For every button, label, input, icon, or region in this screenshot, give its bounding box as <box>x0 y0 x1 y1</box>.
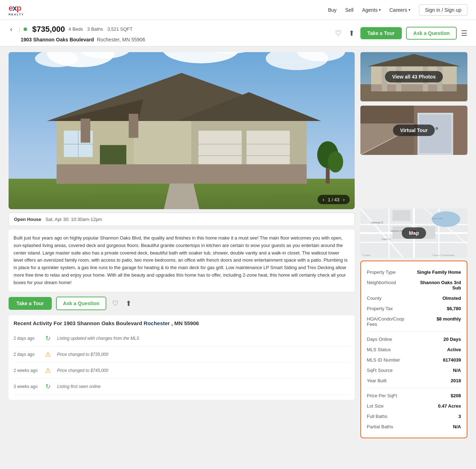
info-label: Full Baths <box>367 414 414 419</box>
info-value: 0.47 Acres <box>414 403 461 409</box>
activity-text: Price changed to $735,000 <box>57 352 108 357</box>
svg-text:Heron Hills: Heron Hills <box>432 217 442 220</box>
info-value: $8 monthly <box>414 316 461 322</box>
info-label: Lot Size <box>367 403 414 409</box>
recent-activity-section: Recent Activity For 1903 Shannon Oaks Bo… <box>9 315 355 400</box>
activity-text: Listing first seen online <box>57 384 101 389</box>
agents-chevron-icon: ▾ <box>379 8 381 12</box>
info-value: 20 Days <box>414 337 461 342</box>
info-value: $6,780 <box>414 306 461 311</box>
info-label: HOA/Condo/Coop Fees <box>367 316 414 327</box>
nav-sell[interactable]: Sell <box>345 7 353 13</box>
svg-text:© Napson © OpenStreetMap: © Napson © OpenStreetMap <box>432 254 455 256</box>
logo-realty-text: REALTY <box>9 13 24 16</box>
activity-icon: ↻ <box>43 382 53 392</box>
activity-list: 2 days ago ↻ Listing updated with change… <box>14 331 350 395</box>
activity-icon: ↻ <box>43 333 53 343</box>
activity-time: 3 weeks ago <box>14 384 39 389</box>
activity-item: 2 days ago ⚠ Price changed to $735,000 <box>14 347 350 363</box>
info-row: Partial Baths N/A <box>367 422 461 432</box>
info-label: Partial Baths <box>367 424 414 429</box>
activity-item: 2 days ago ↻ Listing updated with change… <box>14 331 350 347</box>
favorite-button-main[interactable]: ♡ <box>111 298 120 309</box>
info-label: Price Per SqFt <box>367 393 414 398</box>
info-value: Active <box>414 347 461 352</box>
info-row: Lot Size 0.47 Acres <box>367 401 461 411</box>
logo-exp-text: exp <box>9 4 24 13</box>
info-row: SqFt Source N/A <box>367 365 461 375</box>
status-dot <box>24 27 27 31</box>
share-button-main[interactable]: ⬆ <box>124 298 133 309</box>
info-row: HOA/Condo/Coop Fees $8 monthly <box>367 314 461 329</box>
map-button[interactable]: Map <box>402 227 426 239</box>
header-actions: ♡ ⬆ Take a Tour Ask a Question ☰ <box>334 27 467 40</box>
property-info-card: Property Type Single Family Home Neighbo… <box>360 261 467 438</box>
activity-time: 2 days ago <box>14 352 39 357</box>
warning-icon: ⚠ <box>45 367 51 374</box>
activity-icon: ⚠ <box>43 365 53 375</box>
left-column: ‹ 1 / 43 › Open House Sat, Apr 30: 10:30… <box>9 52 355 438</box>
nav-buy[interactable]: Buy <box>328 7 336 13</box>
info-label: MLS Status <box>367 347 414 352</box>
navbar: exp REALTY Buy Sell Agents ▾ Careers ▾ S… <box>0 0 476 20</box>
svg-text:Frisco Ct: Frisco Ct <box>382 238 390 240</box>
svg-text:© mapBox: © mapBox <box>362 254 371 256</box>
map-thumb[interactable]: Gammy Ct Shannon Oaks Frisco Ct Heron Hi… <box>360 208 467 258</box>
nav-agents[interactable]: Agents ▾ <box>362 7 381 13</box>
info-label: MLS ID Number <box>367 357 414 363</box>
info-row: Days Online 20 Days <box>367 334 461 344</box>
info-row: Property Tax $6,780 <box>367 303 461 314</box>
nav-links: Buy Sell Agents ▾ Careers ▾ Sign in / Si… <box>328 4 467 16</box>
view-all-photos-thumb[interactable]: View all 43 Photos <box>360 52 467 101</box>
info-value: Single Family Home <box>414 269 461 275</box>
info-label: Year Built <box>367 378 414 383</box>
info-value: N/A <box>414 368 461 373</box>
action-buttons: Take a Tour Ask a Question ♡ ⬆ <box>9 297 355 310</box>
svg-rect-28 <box>57 164 307 183</box>
property-header: ‹ | $735,000 4 Beds 3 Baths 3,521 SQFT 1… <box>0 20 476 46</box>
main-image-container[interactable]: ‹ 1 / 43 › <box>9 52 355 209</box>
info-row: Neighborhood Shannon Oaks 3rd Sub <box>367 277 461 293</box>
svg-text:Gammy Ct: Gammy Ct <box>371 221 383 224</box>
activity-text: Price changed to $745,000 <box>57 368 108 373</box>
logo[interactable]: exp REALTY <box>9 4 24 16</box>
main-image <box>9 52 355 209</box>
virtual-tour-button[interactable]: Virtual Tour <box>393 125 435 136</box>
nav-careers[interactable]: Careers ▾ <box>389 7 410 13</box>
property-city: Rochester, MN 55906 <box>97 37 145 42</box>
view-all-photos-button[interactable]: View all 43 Photos <box>385 71 443 82</box>
open-house-label: Open House <box>14 217 41 222</box>
info-label: Neighborhood <box>367 280 414 285</box>
open-house-banner: Open House Sat, Apr 30: 10:30am-12pm <box>9 213 355 226</box>
menu-button[interactable]: ☰ <box>461 29 467 37</box>
prev-photo-button[interactable]: ‹ <box>323 197 324 202</box>
city-link[interactable]: Rochester <box>144 320 172 326</box>
signin-button[interactable]: Sign in / Sign up <box>419 4 467 16</box>
property-price: $735,000 <box>32 25 65 34</box>
house-illustration <box>9 52 355 209</box>
ask-question-button-main[interactable]: Ask a Question <box>56 297 107 310</box>
activity-time: 2 days ago <box>14 336 39 341</box>
take-tour-button-main[interactable]: Take a Tour <box>9 297 52 310</box>
info-value: Olmsted <box>414 296 461 301</box>
take-tour-button-header[interactable]: Take a Tour <box>360 27 402 39</box>
open-house-time: Sat, Apr 30: 10:30am-12pm <box>45 217 102 222</box>
info-row: Year Built 2018 <box>367 375 461 386</box>
share-button[interactable]: ⬆ <box>347 27 356 39</box>
ask-question-button-header[interactable]: Ask a Question <box>406 27 457 40</box>
activity-text: Listing updated with changes from the ML… <box>57 336 139 341</box>
info-value: $208 <box>414 393 461 398</box>
warning-icon: ⚠ <box>45 351 51 358</box>
info-value: 6174039 <box>414 357 461 363</box>
info-group-1: Property Type Single Family Home Neighbo… <box>367 267 461 329</box>
careers-chevron-icon: ▾ <box>409 8 410 12</box>
info-row: Property Type Single Family Home <box>367 267 461 277</box>
virtual-tour-thumb[interactable]: Virtual Tour <box>360 106 467 155</box>
activity-icon: ⚠ <box>43 349 53 359</box>
favorite-button[interactable]: ♡ <box>334 27 343 39</box>
back-button[interactable]: ‹ <box>9 24 14 35</box>
info-label: Property Tax <box>367 306 414 311</box>
info-row: MLS Status Active <box>367 344 461 355</box>
info-row: Full Baths 3 <box>367 411 461 422</box>
next-photo-button[interactable]: › <box>343 197 345 202</box>
